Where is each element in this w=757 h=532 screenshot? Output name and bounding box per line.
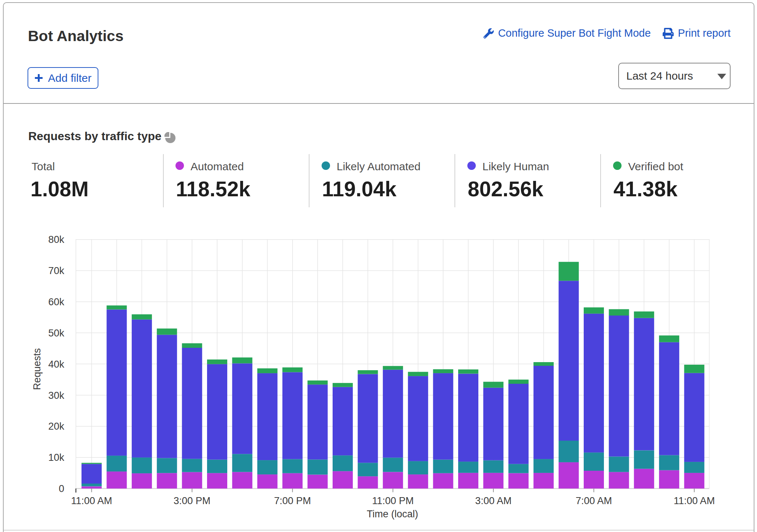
svg-text:70k: 70k <box>48 265 64 276</box>
svg-text:Requests: Requests <box>32 348 43 390</box>
svg-text:80k: 80k <box>48 234 64 245</box>
svg-text:60k: 60k <box>48 296 64 307</box>
svg-text:3:00 AM: 3:00 AM <box>475 495 511 506</box>
svg-text:Time (local): Time (local) <box>367 509 418 520</box>
svg-text:0: 0 <box>59 483 64 494</box>
svg-text:20k: 20k <box>48 421 64 432</box>
svg-text:3:00 PM: 3:00 PM <box>174 495 211 506</box>
svg-text:11:00 AM: 11:00 AM <box>674 495 715 506</box>
svg-text:50k: 50k <box>48 328 64 339</box>
svg-text:11:00 AM: 11:00 AM <box>71 495 112 506</box>
svg-text:10k: 10k <box>48 452 64 463</box>
svg-text:40k: 40k <box>48 359 64 370</box>
svg-text:7:00 PM: 7:00 PM <box>274 495 311 506</box>
svg-text:7:00 AM: 7:00 AM <box>576 495 612 506</box>
svg-text:11:00 PM: 11:00 PM <box>372 495 414 506</box>
svg-text:30k: 30k <box>48 390 64 401</box>
